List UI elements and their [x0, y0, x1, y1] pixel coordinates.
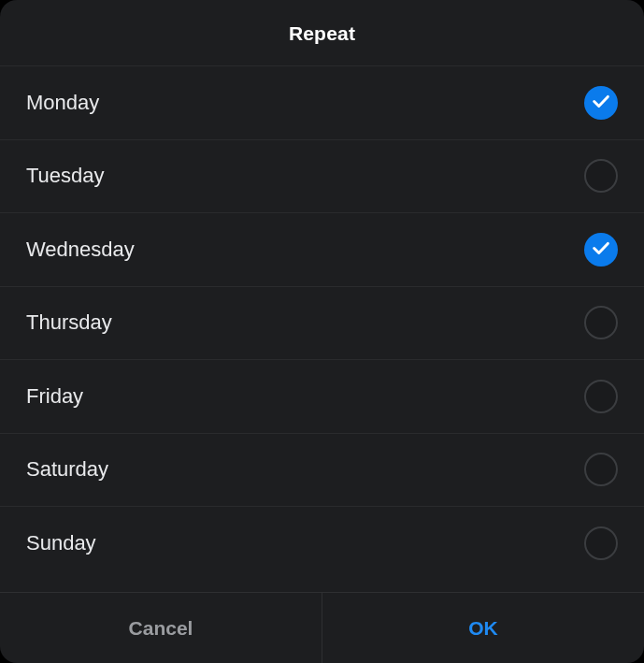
- check-icon: [591, 238, 611, 262]
- day-row-wednesday[interactable]: Wednesday: [0, 213, 644, 287]
- day-label: Wednesday: [26, 238, 135, 262]
- day-row-thursday[interactable]: Thursday: [0, 287, 644, 361]
- day-label: Sunday: [26, 531, 96, 555]
- day-label: Saturday: [26, 457, 108, 482]
- day-label: Thursday: [26, 310, 112, 335]
- repeat-dialog: Repeat Monday Tuesday Wednesday Thurs: [0, 0, 644, 663]
- checkbox-tuesday[interactable]: [584, 159, 618, 193]
- checkbox-monday[interactable]: [584, 86, 618, 120]
- day-row-saturday[interactable]: Saturday: [0, 434, 644, 508]
- dialog-footer: Cancel OK: [0, 592, 644, 663]
- day-row-sunday[interactable]: Sunday: [0, 507, 644, 581]
- checkbox-friday[interactable]: [584, 380, 618, 413]
- checkbox-sunday[interactable]: [584, 526, 618, 560]
- day-row-tuesday[interactable]: Tuesday: [0, 140, 644, 214]
- dialog-title: Repeat: [0, 22, 644, 45]
- day-label: Tuesday: [26, 164, 105, 188]
- day-list: Monday Tuesday Wednesday Thursday: [0, 66, 644, 592]
- checkbox-saturday[interactable]: [584, 453, 618, 486]
- ok-button[interactable]: OK: [322, 593, 644, 663]
- day-label: Monday: [26, 91, 99, 115]
- day-row-friday[interactable]: Friday: [0, 360, 644, 434]
- day-label: Friday: [26, 384, 83, 409]
- checkbox-thursday[interactable]: [584, 306, 618, 339]
- day-row-monday[interactable]: Monday: [0, 66, 644, 140]
- check-icon: [591, 91, 611, 115]
- checkbox-wednesday[interactable]: [584, 233, 618, 267]
- dialog-header: Repeat: [0, 0, 644, 66]
- cancel-button[interactable]: Cancel: [0, 593, 322, 663]
